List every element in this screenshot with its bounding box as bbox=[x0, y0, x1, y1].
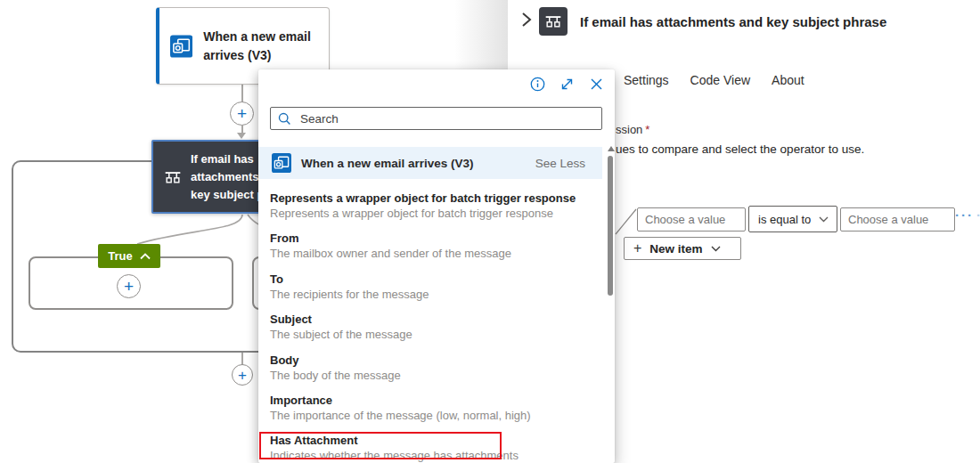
plus-icon: + bbox=[238, 368, 247, 383]
condition-left-value-input[interactable] bbox=[637, 207, 746, 232]
list-item-wrapper-object[interactable]: Represents a wrapper object for batch tr… bbox=[258, 190, 600, 230]
tab-code-view[interactable]: Code View bbox=[690, 73, 750, 87]
dynamic-content-list: Represents a wrapper object for batch tr… bbox=[258, 190, 600, 463]
see-less-button[interactable]: See Less bbox=[535, 157, 585, 170]
chevron-down-icon bbox=[819, 216, 829, 223]
list-item-from[interactable]: From The mailbox owner and sender of the… bbox=[258, 230, 600, 270]
row-more-options-ellipsis-faint: · bbox=[976, 207, 980, 223]
row-more-options-ellipsis[interactable]: ··· bbox=[955, 207, 974, 223]
panel-tabs: Settings Code View About bbox=[624, 73, 804, 87]
search-input[interactable] bbox=[300, 112, 594, 126]
true-branch-badge[interactable]: True bbox=[98, 244, 160, 268]
operator-value: is equal to bbox=[758, 213, 811, 226]
expression-label-fragment: ssion* bbox=[616, 123, 649, 136]
connector-trigger-to-plus bbox=[241, 85, 243, 102]
insert-step-button-bottom[interactable]: + bbox=[232, 364, 253, 386]
flow-designer-screen: When a new email arrives (V3) + If email… bbox=[0, 0, 980, 463]
plus-icon: + bbox=[237, 105, 247, 122]
condition-row-group-notch bbox=[613, 207, 640, 240]
expand-icon[interactable] bbox=[559, 77, 575, 92]
close-icon[interactable] bbox=[589, 77, 604, 92]
condition-panel-icon bbox=[539, 7, 568, 36]
search-box bbox=[270, 107, 602, 130]
source-row-title: When a new email arrives (V3) bbox=[301, 157, 526, 170]
chevron-up-icon bbox=[140, 253, 151, 260]
panel-title: If email has attachments and key subject… bbox=[580, 14, 886, 29]
dynamic-content-source-row[interactable]: When a new email arrives (V3) See Less bbox=[258, 147, 602, 179]
true-badge-label: True bbox=[108, 249, 132, 263]
popup-scrollbar-thumb[interactable] bbox=[608, 156, 613, 296]
new-item-button[interactable]: + New item bbox=[624, 237, 741, 260]
search-icon bbox=[278, 112, 291, 126]
operator-select[interactable]: is equal to bbox=[748, 206, 837, 232]
list-item-body[interactable]: Body The body of the message bbox=[258, 352, 600, 392]
scrollbar-up-arrow[interactable] bbox=[608, 146, 615, 151]
dynamic-content-popup: When a new email arrives (V3) See Less R… bbox=[258, 69, 615, 463]
panel-collapse-chevron-icon[interactable] bbox=[520, 11, 538, 30]
condition-icon bbox=[164, 168, 182, 186]
list-item-subject[interactable]: Subject The subject of the message bbox=[258, 311, 600, 351]
chevron-down-icon bbox=[711, 246, 721, 252]
popup-actions bbox=[530, 77, 604, 92]
arrow-down-icon bbox=[237, 133, 246, 139]
list-item-has-attachment[interactable]: Has Attachment Indicates whether the mes… bbox=[258, 432, 600, 463]
plus-icon: + bbox=[124, 278, 134, 295]
add-action-true-branch-button[interactable]: + bbox=[117, 274, 141, 298]
outlook-icon bbox=[272, 153, 291, 173]
new-item-label: New item bbox=[649, 242, 702, 256]
insert-step-button-top[interactable]: + bbox=[230, 102, 254, 126]
list-item-importance[interactable]: Importance The importance of the message… bbox=[258, 392, 600, 432]
required-asterisk: * bbox=[645, 123, 649, 136]
outlook-icon bbox=[170, 35, 192, 58]
tab-settings[interactable]: Settings bbox=[624, 73, 669, 87]
expression-helper-text-fragment: ues to compare and select the operator t… bbox=[616, 142, 864, 156]
tab-about[interactable]: About bbox=[772, 73, 804, 87]
list-item-to[interactable]: To The recipients for the message bbox=[258, 271, 600, 311]
condition-right-value-input[interactable] bbox=[840, 207, 955, 232]
trigger-title: When a new email arrives (V3) bbox=[203, 28, 320, 65]
plus-icon: + bbox=[633, 241, 641, 256]
connector-frame-to-plus bbox=[241, 353, 243, 365]
info-icon[interactable] bbox=[530, 77, 545, 92]
